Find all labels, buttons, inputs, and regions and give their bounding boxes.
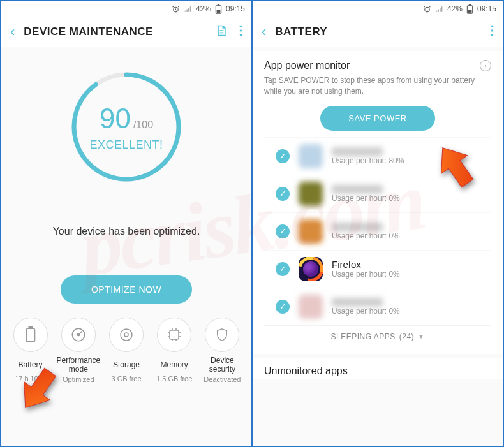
tile-sub: Deactivated bbox=[204, 376, 241, 383]
battery-percent: 42% bbox=[447, 4, 463, 13]
tile-label: Storage bbox=[113, 356, 140, 374]
svg-rect-3 bbox=[217, 10, 221, 13]
battery-icon bbox=[215, 4, 222, 14]
gauge-icon bbox=[61, 318, 96, 352]
svg-point-12 bbox=[77, 333, 79, 335]
tile-label: Performance mode bbox=[54, 356, 102, 374]
optimized-message: Your device has been optimized. bbox=[53, 226, 200, 237]
category-row: Battery 17 h 10 m Performance mode Optim… bbox=[1, 318, 251, 390]
tile-memory[interactable]: Memory 1.5 GB free bbox=[151, 318, 198, 383]
app-row[interactable]: ✓ Usage per hour: 0% bbox=[264, 288, 491, 325]
score-value: 90 bbox=[100, 103, 131, 135]
alarm-icon bbox=[423, 5, 431, 13]
svg-point-13 bbox=[121, 329, 132, 341]
tile-label: Device security bbox=[198, 356, 246, 374]
tile-battery[interactable]: Battery 17 h 10 m bbox=[6, 318, 54, 383]
svg-point-22 bbox=[491, 34, 494, 36]
app-usage: Usage per hour: 0% bbox=[332, 270, 480, 279]
appbar: ‹ DEVICE MAINTENANCE bbox=[1, 17, 251, 47]
svg-point-5 bbox=[240, 29, 242, 32]
svg-point-6 bbox=[240, 34, 242, 36]
screen-battery: 42% 09:15 ‹ BATTERY App power monitor i … bbox=[253, 1, 503, 446]
tile-security[interactable]: Device security Deactivated bbox=[198, 318, 246, 383]
section-description: Tap SAVE POWER to stop these apps from u… bbox=[264, 75, 491, 97]
svg-rect-18 bbox=[469, 4, 471, 6]
battery-icon bbox=[466, 4, 473, 14]
app-name bbox=[332, 298, 383, 307]
unmonitored-title: Unmonitored apps bbox=[264, 365, 491, 377]
app-name bbox=[332, 147, 383, 156]
app-list: ✓ Usage per hour: 80% ✓ Usage per hour: … bbox=[264, 137, 491, 325]
save-power-button[interactable]: SAVE POWER bbox=[320, 106, 434, 131]
app-row[interactable]: ✓ Usage per hour: 0% bbox=[264, 175, 491, 212]
info-icon[interactable]: i bbox=[480, 60, 491, 71]
app-icon bbox=[299, 219, 323, 244]
app-name bbox=[332, 223, 383, 231]
score-gauge: 90 /100 EXCELLENT! bbox=[66, 66, 187, 187]
svg-rect-19 bbox=[468, 10, 472, 13]
app-usage: Usage per hour: 0% bbox=[332, 307, 480, 316]
svg-rect-10 bbox=[29, 327, 32, 329]
back-icon[interactable]: ‹ bbox=[10, 24, 15, 40]
app-usage: Usage per hour: 0% bbox=[332, 231, 480, 240]
tile-storage[interactable]: Storage 3 GB free bbox=[102, 318, 150, 383]
more-icon[interactable] bbox=[239, 25, 242, 39]
page-title: BATTERY bbox=[275, 26, 482, 38]
checkbox-icon[interactable]: ✓ bbox=[276, 187, 290, 201]
tile-sub: 3 GB free bbox=[111, 375, 141, 383]
checkbox-icon[interactable]: ✓ bbox=[276, 149, 290, 163]
app-row[interactable]: ✓ Usage per hour: 80% bbox=[264, 137, 491, 175]
tile-sub: 17 h 10 m bbox=[15, 375, 46, 383]
score-label: EXCELLENT! bbox=[89, 138, 163, 152]
tile-label: Battery bbox=[19, 356, 43, 374]
app-name bbox=[332, 185, 383, 194]
appbar: ‹ BATTERY bbox=[253, 17, 503, 47]
svg-point-14 bbox=[124, 333, 128, 337]
svg-rect-9 bbox=[26, 328, 34, 342]
storage-icon bbox=[109, 318, 144, 352]
clock-text: 09:15 bbox=[477, 4, 496, 13]
shield-icon bbox=[205, 318, 239, 352]
tile-sub: 1.5 GB free bbox=[156, 375, 192, 383]
svg-point-21 bbox=[491, 29, 494, 32]
app-name: Firefox bbox=[332, 259, 480, 270]
svg-point-4 bbox=[240, 25, 242, 27]
document-icon[interactable] bbox=[215, 24, 228, 40]
back-icon[interactable]: ‹ bbox=[262, 24, 266, 40]
app-row[interactable]: ✓ Firefox Usage per hour: 0% bbox=[264, 250, 491, 288]
more-icon[interactable] bbox=[491, 25, 494, 39]
app-row[interactable]: ✓ Usage per hour: 0% bbox=[264, 212, 491, 250]
svg-rect-2 bbox=[218, 4, 219, 6]
signal-icon bbox=[435, 5, 443, 13]
app-usage: Usage per hour: 80% bbox=[332, 156, 480, 165]
svg-rect-15 bbox=[170, 330, 179, 339]
memory-icon bbox=[157, 318, 191, 352]
app-usage: Usage per hour: 0% bbox=[332, 194, 480, 203]
sleeping-label: SLEEPING APPS bbox=[331, 332, 396, 341]
checkbox-icon[interactable]: ✓ bbox=[276, 262, 290, 276]
checkbox-icon[interactable]: ✓ bbox=[276, 224, 290, 238]
section-title: App power monitor bbox=[264, 60, 350, 71]
tile-performance[interactable]: Performance mode Optimized bbox=[54, 318, 102, 383]
tile-label: Memory bbox=[161, 356, 188, 374]
checkbox-icon[interactable]: ✓ bbox=[276, 300, 290, 314]
battery-icon bbox=[13, 318, 48, 352]
sleeping-count: (24) bbox=[399, 332, 414, 341]
page-title: DEVICE MAINTENANCE bbox=[24, 26, 206, 38]
chevron-down-icon: ▼ bbox=[418, 333, 424, 340]
alarm-icon bbox=[172, 5, 180, 13]
battery-percent: 42% bbox=[196, 4, 211, 13]
clock-text: 09:15 bbox=[226, 4, 245, 13]
optimize-now-button[interactable]: OPTIMIZE NOW bbox=[61, 275, 192, 304]
sleeping-apps-row[interactable]: SLEEPING APPS (24) ▼ bbox=[264, 325, 491, 348]
signal-icon bbox=[184, 5, 192, 13]
tile-sub: Optimized bbox=[63, 376, 94, 383]
app-icon bbox=[299, 295, 323, 319]
app-icon bbox=[299, 144, 323, 168]
app-icon-firefox bbox=[299, 257, 323, 281]
app-icon bbox=[299, 182, 323, 206]
status-bar: 42% 09:15 bbox=[253, 1, 503, 17]
unmonitored-section[interactable]: Unmonitored apps bbox=[253, 358, 503, 379]
score-max: /100 bbox=[133, 119, 153, 131]
status-bar: 42% 09:15 bbox=[1, 1, 251, 17]
